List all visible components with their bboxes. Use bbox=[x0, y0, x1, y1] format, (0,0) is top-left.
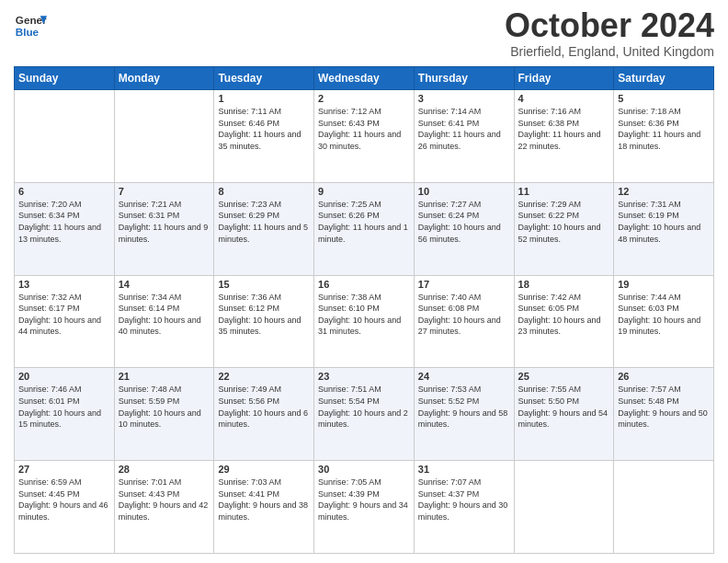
page: General Blue October 2024 Brierfield, En… bbox=[0, 0, 728, 563]
cell-info: Sunrise: 7:25 AM Sunset: 6:26 PM Dayligh… bbox=[318, 199, 410, 245]
cell-info: Sunrise: 7:38 AM Sunset: 6:10 PM Dayligh… bbox=[318, 292, 410, 338]
day-number: 17 bbox=[418, 279, 510, 290]
table-row: 21Sunrise: 7:48 AM Sunset: 5:59 PM Dayli… bbox=[114, 368, 214, 461]
cell-info: Sunrise: 7:36 AM Sunset: 6:12 PM Dayligh… bbox=[218, 292, 310, 338]
cell-info: Sunrise: 7:20 AM Sunset: 6:34 PM Dayligh… bbox=[18, 199, 110, 245]
table-row: 14Sunrise: 7:34 AM Sunset: 6:14 PM Dayli… bbox=[114, 275, 214, 368]
day-number: 26 bbox=[618, 371, 710, 382]
day-number: 27 bbox=[18, 464, 110, 475]
table-row: 8Sunrise: 7:23 AM Sunset: 6:29 PM Daylig… bbox=[214, 182, 314, 275]
cell-info: Sunrise: 7:49 AM Sunset: 5:56 PM Dayligh… bbox=[218, 384, 310, 430]
cell-info: Sunrise: 7:05 AM Sunset: 4:39 PM Dayligh… bbox=[318, 477, 410, 523]
col-friday: Friday bbox=[514, 67, 614, 90]
cell-info: Sunrise: 7:07 AM Sunset: 4:37 PM Dayligh… bbox=[418, 477, 510, 523]
table-row: 25Sunrise: 7:55 AM Sunset: 5:50 PM Dayli… bbox=[514, 368, 614, 461]
table-row: 7Sunrise: 7:21 AM Sunset: 6:31 PM Daylig… bbox=[114, 182, 214, 275]
col-saturday: Saturday bbox=[614, 67, 714, 90]
table-row: 20Sunrise: 7:46 AM Sunset: 6:01 PM Dayli… bbox=[15, 368, 115, 461]
table-row: 24Sunrise: 7:53 AM Sunset: 5:52 PM Dayli… bbox=[414, 368, 514, 461]
table-row: 19Sunrise: 7:44 AM Sunset: 6:03 PM Dayli… bbox=[614, 275, 714, 368]
table-row: 9Sunrise: 7:25 AM Sunset: 6:26 PM Daylig… bbox=[314, 182, 415, 275]
day-number: 6 bbox=[18, 186, 110, 197]
table-row: 4Sunrise: 7:16 AM Sunset: 6:38 PM Daylig… bbox=[514, 90, 614, 183]
cell-info: Sunrise: 7:48 AM Sunset: 5:59 PM Dayligh… bbox=[119, 384, 210, 430]
day-number: 28 bbox=[119, 464, 210, 475]
table-row: 26Sunrise: 7:57 AM Sunset: 5:48 PM Dayli… bbox=[614, 368, 714, 461]
day-number: 19 bbox=[618, 279, 710, 290]
cell-info: Sunrise: 7:03 AM Sunset: 4:41 PM Dayligh… bbox=[218, 477, 310, 523]
day-number: 7 bbox=[119, 186, 210, 197]
table-row: 1Sunrise: 7:11 AM Sunset: 6:46 PM Daylig… bbox=[214, 90, 314, 183]
cell-info: Sunrise: 7:51 AM Sunset: 5:54 PM Dayligh… bbox=[318, 384, 410, 430]
day-number: 10 bbox=[418, 186, 510, 197]
day-number: 4 bbox=[518, 93, 610, 104]
cell-info: Sunrise: 7:16 AM Sunset: 6:38 PM Dayligh… bbox=[518, 106, 610, 152]
cell-info: Sunrise: 7:31 AM Sunset: 6:19 PM Dayligh… bbox=[618, 199, 710, 245]
calendar-week-1: 6Sunrise: 7:20 AM Sunset: 6:34 PM Daylig… bbox=[15, 182, 714, 275]
cell-info: Sunrise: 7:18 AM Sunset: 6:36 PM Dayligh… bbox=[618, 106, 710, 152]
table-row: 12Sunrise: 7:31 AM Sunset: 6:19 PM Dayli… bbox=[614, 182, 714, 275]
day-number: 13 bbox=[18, 279, 110, 290]
day-number: 25 bbox=[518, 371, 610, 382]
day-number: 31 bbox=[418, 464, 510, 475]
day-number: 2 bbox=[318, 93, 410, 104]
table-row bbox=[15, 90, 115, 183]
day-number: 3 bbox=[418, 93, 510, 104]
calendar-header-row: Sunday Monday Tuesday Wednesday Thursday… bbox=[15, 67, 714, 90]
calendar-table: Sunday Monday Tuesday Wednesday Thursday… bbox=[14, 66, 714, 554]
logo: General Blue bbox=[14, 9, 47, 42]
table-row: 5Sunrise: 7:18 AM Sunset: 6:36 PM Daylig… bbox=[614, 90, 714, 183]
title-block: October 2024 Brierfield, England, United… bbox=[505, 9, 714, 59]
table-row bbox=[514, 461, 614, 554]
calendar-week-0: 1Sunrise: 7:11 AM Sunset: 6:46 PM Daylig… bbox=[15, 90, 714, 183]
table-row: 30Sunrise: 7:05 AM Sunset: 4:39 PM Dayli… bbox=[314, 461, 415, 554]
calendar-week-2: 13Sunrise: 7:32 AM Sunset: 6:17 PM Dayli… bbox=[15, 275, 714, 368]
cell-info: Sunrise: 7:29 AM Sunset: 6:22 PM Dayligh… bbox=[518, 199, 610, 245]
day-number: 23 bbox=[318, 371, 410, 382]
day-number: 20 bbox=[18, 371, 110, 382]
cell-info: Sunrise: 7:21 AM Sunset: 6:31 PM Dayligh… bbox=[119, 199, 210, 245]
table-row: 16Sunrise: 7:38 AM Sunset: 6:10 PM Dayli… bbox=[314, 275, 415, 368]
day-number: 9 bbox=[318, 186, 410, 197]
svg-text:Blue: Blue bbox=[16, 26, 40, 38]
table-row: 3Sunrise: 7:14 AM Sunset: 6:41 PM Daylig… bbox=[414, 90, 514, 183]
cell-info: Sunrise: 7:53 AM Sunset: 5:52 PM Dayligh… bbox=[418, 384, 510, 430]
day-number: 14 bbox=[119, 279, 210, 290]
cell-info: Sunrise: 7:40 AM Sunset: 6:08 PM Dayligh… bbox=[418, 292, 510, 338]
day-number: 24 bbox=[418, 371, 510, 382]
table-row: 17Sunrise: 7:40 AM Sunset: 6:08 PM Dayli… bbox=[414, 275, 514, 368]
header: General Blue October 2024 Brierfield, En… bbox=[14, 9, 714, 59]
col-sunday: Sunday bbox=[15, 67, 115, 90]
cell-info: Sunrise: 7:42 AM Sunset: 6:05 PM Dayligh… bbox=[518, 292, 610, 338]
cell-info: Sunrise: 7:44 AM Sunset: 6:03 PM Dayligh… bbox=[618, 292, 710, 338]
day-number: 29 bbox=[218, 464, 310, 475]
col-thursday: Thursday bbox=[414, 67, 514, 90]
calendar-week-3: 20Sunrise: 7:46 AM Sunset: 6:01 PM Dayli… bbox=[15, 368, 714, 461]
table-row bbox=[614, 461, 714, 554]
table-row: 6Sunrise: 7:20 AM Sunset: 6:34 PM Daylig… bbox=[15, 182, 115, 275]
table-row: 23Sunrise: 7:51 AM Sunset: 5:54 PM Dayli… bbox=[314, 368, 415, 461]
cell-info: Sunrise: 7:32 AM Sunset: 6:17 PM Dayligh… bbox=[18, 292, 110, 338]
day-number: 1 bbox=[218, 93, 310, 104]
table-row: 28Sunrise: 7:01 AM Sunset: 4:43 PM Dayli… bbox=[114, 461, 214, 554]
table-row: 29Sunrise: 7:03 AM Sunset: 4:41 PM Dayli… bbox=[214, 461, 314, 554]
month-title: October 2024 bbox=[505, 9, 714, 42]
day-number: 22 bbox=[218, 371, 310, 382]
day-number: 21 bbox=[119, 371, 210, 382]
col-monday: Monday bbox=[114, 67, 214, 90]
day-number: 8 bbox=[218, 186, 310, 197]
day-number: 16 bbox=[318, 279, 410, 290]
day-number: 5 bbox=[618, 93, 710, 104]
day-number: 18 bbox=[518, 279, 610, 290]
cell-info: Sunrise: 7:14 AM Sunset: 6:41 PM Dayligh… bbox=[418, 106, 510, 152]
table-row: 13Sunrise: 7:32 AM Sunset: 6:17 PM Dayli… bbox=[15, 275, 115, 368]
table-row: 27Sunrise: 6:59 AM Sunset: 4:45 PM Dayli… bbox=[15, 461, 115, 554]
table-row: 31Sunrise: 7:07 AM Sunset: 4:37 PM Dayli… bbox=[414, 461, 514, 554]
day-number: 11 bbox=[518, 186, 610, 197]
table-row: 15Sunrise: 7:36 AM Sunset: 6:12 PM Dayli… bbox=[214, 275, 314, 368]
cell-info: Sunrise: 6:59 AM Sunset: 4:45 PM Dayligh… bbox=[18, 477, 110, 523]
table-row bbox=[114, 90, 214, 183]
col-wednesday: Wednesday bbox=[314, 67, 415, 90]
cell-info: Sunrise: 7:01 AM Sunset: 4:43 PM Dayligh… bbox=[119, 477, 210, 523]
cell-info: Sunrise: 7:57 AM Sunset: 5:48 PM Dayligh… bbox=[618, 384, 710, 430]
